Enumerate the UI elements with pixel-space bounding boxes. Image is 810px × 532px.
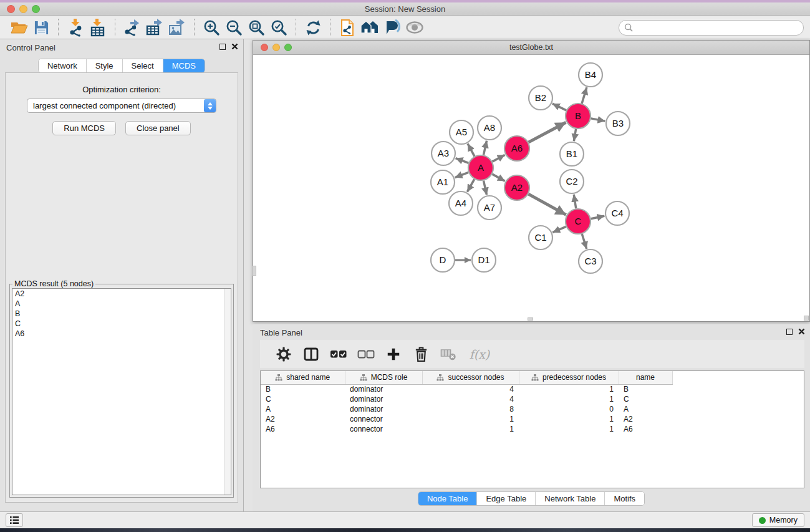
table-cell[interactable]: A [261, 404, 345, 414]
column-header-MCDS-role[interactable]: MCDS role [345, 371, 422, 384]
close-table-panel-icon[interactable] [798, 328, 805, 335]
table-row[interactable]: Bdominator41B [261, 384, 672, 394]
graph-edge-C-C3[interactable] [582, 234, 586, 249]
mcds-result-list[interactable]: A2ABCA6 [12, 288, 231, 495]
table-row[interactable]: Cdominator41C [261, 394, 672, 404]
graph-node-D1[interactable]: D1 [472, 248, 496, 272]
graph-node-B2[interactable]: B2 [529, 86, 552, 110]
export-network-button[interactable] [121, 17, 143, 37]
zoom-selected-button[interactable] [268, 17, 290, 37]
delete-table-button[interactable] [435, 344, 462, 365]
zoom-out-button[interactable] [223, 17, 245, 37]
search-input[interactable] [634, 21, 803, 34]
column-header-successor-nodes[interactable]: successor nodes [422, 371, 519, 384]
graph-node-A6[interactable]: A6 [504, 136, 529, 161]
graph-edge-A-A8[interactable] [483, 141, 486, 155]
graph-edge-A-A7[interactable] [483, 181, 486, 195]
mcds-result-item[interactable]: C [12, 319, 231, 329]
import-table-button[interactable] [87, 17, 109, 37]
table-cell[interactable]: dominator [345, 384, 422, 394]
delete-column-button[interactable] [407, 344, 435, 365]
graph-node-A2[interactable]: A2 [504, 175, 529, 200]
graph-node-B1[interactable]: B1 [560, 142, 584, 166]
left-scroll-nub[interactable] [253, 266, 256, 276]
table-cell[interactable]: A6 [619, 424, 672, 434]
graph-edge-A-A2[interactable] [492, 174, 504, 181]
table-cell[interactable]: 1 [519, 424, 619, 434]
graph-edge-C-C1[interactable] [552, 226, 566, 232]
tab-style[interactable]: Style [87, 59, 123, 72]
table-cell[interactable]: dominator [345, 394, 422, 404]
column-header-predecessor-nodes[interactable]: predecessor nodes [519, 371, 619, 384]
tab-node-table[interactable]: Node Table [418, 492, 478, 505]
home-button[interactable] [359, 17, 381, 37]
graph-node-C2[interactable]: C2 [560, 170, 584, 193]
table-cell[interactable]: A6 [261, 424, 345, 434]
graph-edge-A-A3[interactable] [456, 158, 469, 163]
table-cell[interactable]: 4 [422, 394, 519, 404]
search-box[interactable] [619, 20, 804, 36]
close-panel-icon[interactable] [231, 43, 238, 50]
graph-node-C3[interactable]: C3 [579, 249, 602, 273]
table-cell[interactable]: C [619, 394, 672, 404]
table-cell[interactable]: 1 [519, 414, 619, 424]
show-columns-button[interactable] [297, 344, 325, 365]
graph-node-A3[interactable]: A3 [432, 142, 455, 165]
mcds-result-item[interactable]: A [12, 299, 231, 309]
table-settings-button[interactable] [270, 344, 297, 365]
table-cell[interactable]: 1 [519, 384, 619, 394]
mcds-result-item[interactable]: A2 [12, 289, 231, 299]
hide-details-button[interactable] [403, 17, 426, 37]
table-cell[interactable]: B [619, 384, 672, 394]
create-column-button[interactable] [380, 344, 407, 365]
table-cell[interactable]: A [619, 404, 672, 414]
graph-edge-B-B3[interactable] [591, 118, 605, 121]
graph-edge-A2-C[interactable] [528, 194, 566, 215]
graph-node-B[interactable]: B [566, 104, 591, 128]
network-canvas[interactable]: B4B2BB3B1A5A8A6A3AA1A2C2A4A7C4CC1C3DD1 [253, 55, 809, 321]
table-cell[interactable]: 4 [422, 384, 519, 394]
tab-mcds[interactable]: MCDS [163, 59, 205, 72]
open-session-button[interactable] [7, 17, 30, 37]
refresh-button[interactable] [302, 17, 324, 37]
zoom-fit-button[interactable] [245, 17, 268, 37]
memory-button[interactable]: Memory [752, 513, 804, 527]
export-table-button[interactable] [143, 17, 166, 37]
graph-node-B3[interactable]: B3 [606, 112, 630, 135]
graph-edge-B-B2[interactable] [552, 104, 566, 110]
graph-edge-A-A1[interactable] [455, 172, 469, 177]
mcds-result-item[interactable]: B [12, 309, 231, 319]
graph-edge-A-A4[interactable] [467, 179, 474, 191]
tab-network-table[interactable]: Network Table [536, 492, 605, 505]
graph-node-C[interactable]: C [566, 209, 591, 234]
result-list-scrollbar[interactable] [224, 289, 231, 495]
table-cell[interactable]: A2 [261, 414, 345, 424]
table-cell[interactable]: 0 [519, 404, 619, 414]
task-history-button[interactable] [6, 513, 23, 527]
column-header-shared-name[interactable]: shared name [261, 371, 345, 384]
bottom-scroll-thumb[interactable] [528, 317, 533, 321]
import-network-button[interactable] [64, 17, 87, 37]
graph-node-B4[interactable]: B4 [579, 63, 602, 87]
select-all-rows-button[interactable] [325, 344, 352, 365]
tab-select[interactable]: Select [123, 59, 163, 72]
close-panel-button[interactable]: Close panel [125, 121, 191, 135]
float-panel-icon[interactable] [219, 44, 226, 50]
export-image-button[interactable] [166, 17, 188, 37]
graphics-details-button[interactable] [381, 17, 403, 37]
graph-edge-C-C4[interactable] [591, 216, 605, 219]
table-cell[interactable]: dominator [345, 404, 422, 414]
graph-edge-B-B1[interactable] [574, 129, 576, 142]
mcds-result-item[interactable]: A6 [12, 329, 231, 339]
graph-edge-A-A5[interactable] [468, 143, 475, 156]
table-cell[interactable]: 1 [422, 424, 519, 434]
clone-network-button[interactable] [336, 17, 359, 37]
graph-node-A4[interactable]: A4 [449, 191, 473, 215]
criterion-dropdown[interactable]: largest connected component (directed) [27, 99, 216, 113]
table-cell[interactable]: connector [345, 414, 422, 424]
node-table[interactable]: shared nameMCDS rolesuccessor nodesprede… [260, 370, 804, 488]
tab-network[interactable]: Network [39, 59, 87, 72]
graph-node-C1[interactable]: C1 [529, 226, 552, 249]
tab-motifs[interactable]: Motifs [605, 492, 644, 505]
table-cell[interactable]: C [261, 394, 345, 404]
